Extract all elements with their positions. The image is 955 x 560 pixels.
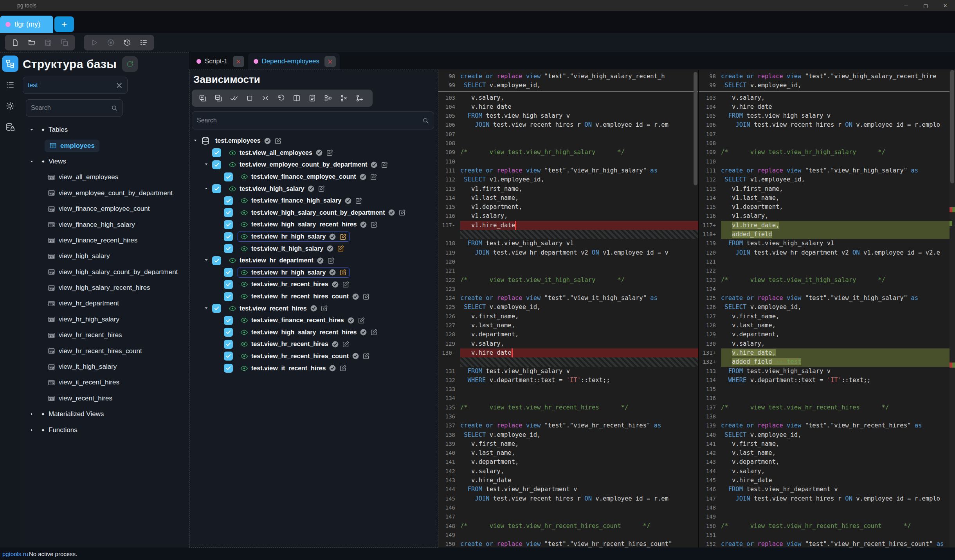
dep-tree-item[interactable]: test.view_hr_high_salary <box>192 267 434 279</box>
code-line[interactable]: 115 v1.department, <box>438 203 698 212</box>
undo-button[interactable] <box>273 90 289 106</box>
git-add-button[interactable] <box>351 90 367 106</box>
dependency-checkbox[interactable] <box>224 232 233 241</box>
minimize-button[interactable]: ─ <box>896 0 916 11</box>
selected-tree-item[interactable]: employees <box>45 140 99 152</box>
modified-scrollbar[interactable] <box>950 70 955 547</box>
tree-item-view_recent_hires[interactable]: view_recent_hires <box>23 391 185 406</box>
dependency-checkbox[interactable] <box>224 328 233 337</box>
connection-tab[interactable]: tlgr (my) <box>0 16 53 33</box>
dependency-checkbox[interactable] <box>212 184 221 193</box>
caret-down-icon[interactable] <box>29 127 34 133</box>
copy-plus-button[interactable] <box>195 90 211 106</box>
log-button[interactable] <box>135 35 152 50</box>
code-line[interactable]: 139 v.first_name, <box>438 440 698 449</box>
code-line[interactable]: 111create or replace view "test"."view_h… <box>438 166 698 175</box>
code-line[interactable]: 105 FROM test.view_high_salary v <box>699 111 950 120</box>
tree-item-view_high_salary[interactable]: view_high_salary <box>23 248 185 264</box>
dep-tree-item[interactable]: test.view_high_salary_count_by_departmen… <box>192 207 434 219</box>
code-line[interactable]: 144 v.salary, <box>699 467 950 476</box>
dep-tree-item[interactable]: test.employees <box>192 135 434 147</box>
dep-tree-item[interactable]: test.view_hr_department <box>192 255 434 267</box>
dependency-checkbox[interactable] <box>212 160 221 169</box>
clear-filter-icon[interactable] <box>116 82 123 89</box>
code-line[interactable]: 145 JOIN test.view_recent_hires r ON v.e… <box>438 494 698 503</box>
tree-item-view_hr_recent_hires_count[interactable]: view_hr_recent_hires_count <box>23 343 185 359</box>
code-line[interactable]: 133 <box>438 385 698 394</box>
dep-tree-item[interactable]: test.view_all_employees <box>192 147 434 159</box>
rail-schema-button[interactable] <box>2 56 18 72</box>
dependencies-search-input[interactable]: Search <box>192 111 434 129</box>
code-line[interactable]: 130- v.hire_date <box>438 348 698 357</box>
code-line[interactable]: 140 v.last_name, <box>438 449 698 458</box>
dep-tree-item[interactable]: test.view_recent_hires <box>192 302 434 314</box>
code-line[interactable]: 121 <box>699 257 950 266</box>
code-line[interactable]: 137/* view test.view_hr_recent_hires */ <box>699 403 950 412</box>
columns-button[interactable] <box>289 90 305 106</box>
fold-button[interactable] <box>258 90 273 106</box>
dep-tree-item[interactable]: test.view_finance_recent_hires <box>192 314 434 327</box>
code-line[interactable]: 149 <box>699 512 950 521</box>
dependency-checkbox[interactable] <box>224 292 233 301</box>
code-line[interactable]: 138 <box>699 412 950 421</box>
code-line[interactable]: 110 <box>699 157 950 166</box>
code-line[interactable]: 134 <box>438 394 698 403</box>
code-line[interactable]: 142 v.salary, <box>438 467 698 476</box>
tree-item-view_it_recent_hires[interactable]: view_it_recent_hires <box>23 375 185 390</box>
dep-tree-item[interactable]: test.view_hr_high_salary <box>192 231 434 243</box>
caret-right-icon[interactable] <box>29 411 34 417</box>
tree-item-view_finance_high_salary[interactable]: view_finance_high_salary <box>23 217 185 232</box>
dep-tree-item[interactable]: test.view_hr_recent_hires_count <box>192 350 434 363</box>
code-line[interactable]: 137create or replace view "test"."view_h… <box>438 421 698 430</box>
code-line[interactable]: 99 SELECT v.employee_id, <box>438 81 698 90</box>
square-button[interactable] <box>242 90 258 106</box>
original-scrollbar[interactable] <box>694 72 697 547</box>
pgtools-link[interactable]: pgtools.ru <box>2 551 28 557</box>
tree-section-materialized-views[interactable]: Materialized Views <box>23 406 185 422</box>
tree-item-view_hr_recent_hires[interactable]: view_hr_recent_hires <box>23 327 185 343</box>
copy-minus-button[interactable] <box>211 90 226 106</box>
dep-tree-item[interactable]: test.view_it_high_salary <box>192 242 434 255</box>
code-line[interactable]: 108 <box>699 139 950 148</box>
diff-pane-original[interactable]: 98create or replace view "test"."view_hi… <box>438 70 698 547</box>
code-line[interactable]: 135 <box>699 385 950 394</box>
code-line[interactable]: 107 <box>699 130 950 139</box>
code-line[interactable]: 144 FROM test.view_hr_department v <box>438 485 698 494</box>
code-line[interactable]: 127 v.first_name, <box>699 312 950 321</box>
tree-section-functions[interactable]: Functions <box>23 422 185 438</box>
diff-pane-modified[interactable]: 98create or replace view "test"."view_hi… <box>699 70 950 547</box>
code-line[interactable]: 107 <box>438 130 698 139</box>
code-line[interactable]: 119 FROM test.view_high_salary v1 <box>699 239 950 248</box>
code-line[interactable]: 146 FROM test.view_hr_department v <box>699 485 950 494</box>
code-line[interactable]: 139create or replace view "test"."view_h… <box>699 421 950 430</box>
rail-db-lock-button[interactable] <box>2 119 18 135</box>
add-connection-button[interactable]: + <box>54 16 74 32</box>
caret-down-icon[interactable] <box>204 257 209 264</box>
code-line[interactable]: 115 v1.department, <box>699 203 950 212</box>
close-button[interactable]: ✕ <box>935 0 955 11</box>
caret-down-icon[interactable] <box>204 305 209 312</box>
code-line[interactable]: 106 JOIN test.view_recent_hires r ON v.e… <box>699 120 950 129</box>
code-line[interactable]: 141 v.department, <box>438 458 698 467</box>
structure-filter-input[interactable]: test <box>23 77 128 94</box>
open-folder-button[interactable] <box>23 35 40 50</box>
dep-tree-item[interactable]: test.view_hr_recent_hires <box>192 338 434 350</box>
dep-tree-item[interactable]: test.view_finance_high_salary <box>192 195 434 207</box>
code-line[interactable]: 150create or replace view "test"."view_h… <box>438 540 698 547</box>
dep-tree-item[interactable]: test.view_finance_employee_count <box>192 171 434 183</box>
rail-gear-button[interactable] <box>2 98 18 114</box>
caret-down-icon[interactable] <box>204 162 209 168</box>
code-line[interactable]: 127 v.last_name, <box>438 321 698 330</box>
save-all-button[interactable] <box>56 35 73 50</box>
code-line[interactable]: 130 v.salary, <box>699 339 950 348</box>
tree-item-view_finance_employee_count[interactable]: view_finance_employee_count <box>23 201 185 217</box>
dep-tree-item[interactable]: test.view_hr_recent_hires <box>192 278 434 291</box>
code-line[interactable]: 98create or replace view "test"."view_hi… <box>438 72 698 81</box>
code-line[interactable]: 141 v.first_name, <box>699 440 950 449</box>
dependency-checkbox[interactable] <box>212 148 221 157</box>
close-tab-button[interactable] <box>233 56 244 67</box>
editor-tab-depend-employees[interactable]: Depend-employees <box>248 53 340 70</box>
code-line[interactable]: 143 v.department, <box>699 458 950 467</box>
dep-tree-item[interactable]: test.view_hr_recent_hires_count <box>192 291 434 303</box>
code-line[interactable]: 132+ added_field -- test <box>699 357 950 366</box>
